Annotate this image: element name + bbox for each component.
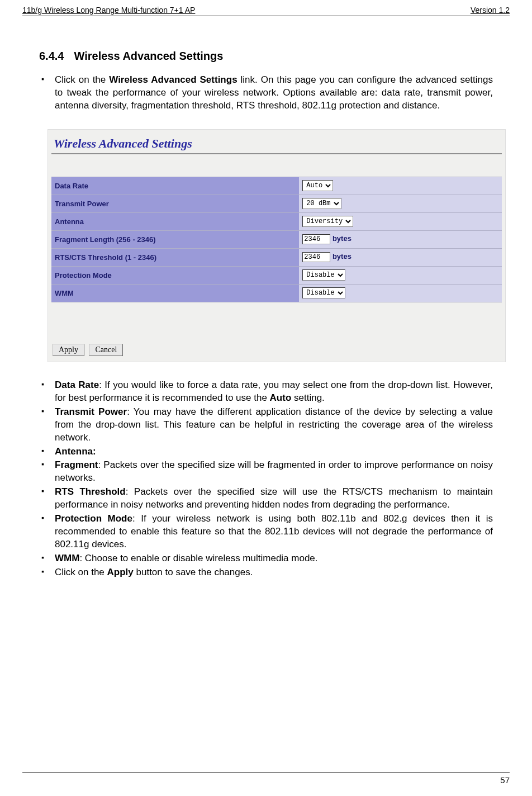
b6-bold: Protection Mode <box>55 513 132 524</box>
section-heading: 6.4.4Wireless Advanced Settings <box>39 50 510 63</box>
header-left: 11b/g Wireless Long Range Multi-function… <box>22 6 195 15</box>
label-data-rate: Data Rate <box>51 177 299 195</box>
b4-bold: Fragment <box>55 459 98 470</box>
cancel-button[interactable]: Cancel <box>89 344 123 356</box>
bullet-antenna: Antenna: <box>39 446 493 458</box>
select-transmit-power[interactable]: 20 dBm <box>302 198 341 209</box>
settings-screenshot: Wireless Advanced Settings Data Rate Aut… <box>48 129 506 362</box>
b4-rest: : Packets over the specified size will b… <box>55 459 493 483</box>
select-protection-mode[interactable]: Disable <box>302 269 345 281</box>
bullet-fragment: Fragment: Packets over the specified siz… <box>39 459 493 485</box>
button-row: Apply Cancel <box>51 342 502 358</box>
label-wmm: WMM <box>51 284 299 302</box>
b1-bold2: Auto <box>270 392 292 403</box>
b5-bold: RTS Threshold <box>55 486 126 497</box>
bullet-data-rate: Data Rate: If you would like to force a … <box>39 379 493 405</box>
select-antenna[interactable]: Diversity <box>302 216 353 227</box>
b1-bold: Data Rate <box>55 380 99 390</box>
intro-bold: Wireless Advanced Settings <box>109 74 237 85</box>
row-fragment-length: Fragment Length (256 - 2346) bytes <box>51 230 502 248</box>
bullet-rts-threshold: RTS Threshold: Packets over the specifie… <box>39 486 493 511</box>
b8-rest: button to save the changes. <box>134 567 253 577</box>
label-rts-threshold: RTS/CTS Threshold (1 - 2346) <box>51 248 299 266</box>
input-fragment-length[interactable] <box>302 234 330 244</box>
input-rts-threshold[interactable] <box>302 252 330 262</box>
b8-pre: Click on the <box>55 567 107 577</box>
page-footer: 57 <box>22 773 510 785</box>
b8-bold: Apply <box>107 567 134 577</box>
suffix-fragment: bytes <box>332 234 352 243</box>
b7-bold: WMM <box>55 553 79 563</box>
b3-bold: Antenna: <box>55 446 96 457</box>
bullet-transmit-power: Transmit Power: You may have the differe… <box>39 406 493 444</box>
select-wmm[interactable]: Disable <box>302 287 345 298</box>
row-data-rate: Data Rate Auto <box>51 177 502 195</box>
suffix-rts: bytes <box>332 252 352 260</box>
b2-bold: Transmit Power <box>55 406 127 417</box>
row-rts-threshold: RTS/CTS Threshold (1 - 2346) bytes <box>51 248 502 266</box>
page-number: 57 <box>500 775 510 785</box>
settings-title: Wireless Advanced Settings <box>51 133 502 154</box>
label-transmit-power: Transmit Power <box>51 195 299 212</box>
settings-table: Data Rate Auto Transmit Power 20 dBm Ant… <box>51 177 502 302</box>
bullet-apply: Click on the Apply button to save the ch… <box>39 566 493 579</box>
bullet-protection-mode: Protection Mode: If your wireless networ… <box>39 513 493 551</box>
label-protection-mode: Protection Mode <box>51 266 299 284</box>
bullet-wmm: WMM: Choose to enable or disable wireles… <box>39 552 493 565</box>
label-antenna: Antenna <box>51 212 299 230</box>
row-wmm: WMM Disable <box>51 284 502 302</box>
section-title: Wireless Advanced Settings <box>74 50 223 62</box>
intro-bullet: Click on the Wireless Advanced Settings … <box>39 74 493 112</box>
row-protection-mode: Protection Mode Disable <box>51 266 502 284</box>
row-antenna: Antenna Diversity <box>51 212 502 230</box>
select-data-rate[interactable]: Auto <box>302 180 333 191</box>
b1-rest2: setting. <box>291 392 325 403</box>
page-header: 11b/g Wireless Long Range Multi-function… <box>22 6 510 16</box>
intro-pre: Click on the <box>55 74 109 85</box>
apply-button[interactable]: Apply <box>53 344 84 356</box>
label-fragment-length: Fragment Length (256 - 2346) <box>51 230 299 248</box>
header-right: Version 1.2 <box>471 6 510 15</box>
row-transmit-power: Transmit Power 20 dBm <box>51 195 502 212</box>
section-number: 6.4.4 <box>39 50 64 62</box>
b7-rest: : Choose to enable or disable wireless m… <box>79 553 317 563</box>
